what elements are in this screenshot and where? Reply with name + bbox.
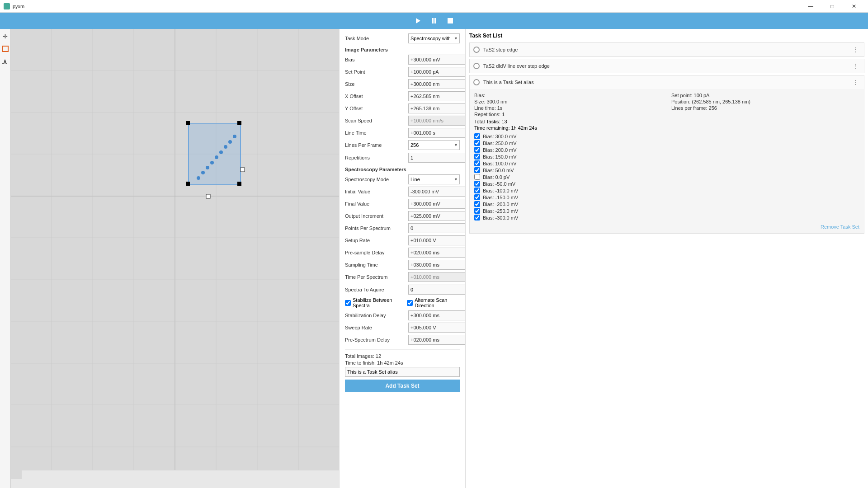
spectroscopy-params-header: Spectroscopy Parameters	[345, 167, 460, 172]
bias-cb-5[interactable]	[474, 160, 480, 166]
signal-tool[interactable]	[1, 57, 10, 66]
bias-cb-12[interactable]	[474, 208, 480, 214]
task-menu-btn-1[interactable]: ⋮	[851, 45, 860, 54]
sweeprate-input[interactable]	[408, 323, 466, 333]
bias-cb-3[interactable]	[474, 147, 480, 153]
bias-label-6: Bias: 50.0 mV	[483, 168, 514, 173]
outputinc-input[interactable]	[408, 211, 466, 221]
stabilize-label: Stabilize Between Spectra	[353, 297, 401, 308]
timeperspec-label: Time Per Spectrum	[345, 274, 408, 280]
svg-marker-0	[416, 18, 420, 23]
remove-link-container: Remove Task Set	[474, 224, 859, 230]
svg-rect-1	[432, 18, 434, 23]
repetitions-row: Repetitions ▲ ▼	[345, 152, 460, 163]
stop-button[interactable]	[444, 14, 457, 27]
linesperframe-select[interactable]: 64128256512	[408, 140, 460, 150]
sweeprate-row: Sweep Rate	[345, 323, 460, 333]
pointsperspec-row: Points Per Spectrum	[345, 223, 460, 233]
remove-task-link[interactable]: Remove Task Set	[821, 224, 859, 230]
svg-rect-26	[237, 121, 241, 125]
initialval-input[interactable]	[408, 187, 466, 197]
specmode-row: Spectroscopy Mode LinePointGrid ▼	[345, 174, 460, 184]
specmode-select[interactable]: LinePointGrid	[408, 174, 460, 184]
app-icon	[4, 3, 10, 9]
task-mode-dropdown-wrapper[interactable]: Spectroscopy with image Spectroscopy Ima…	[408, 33, 460, 43]
bias-label-13: Bias: -300.0 mV	[483, 215, 518, 221]
presampledelay-input[interactable]	[408, 248, 466, 258]
alias-input[interactable]	[345, 367, 460, 377]
bias-label: Bias	[345, 57, 408, 62]
yoffset-row: Y Offset	[345, 103, 460, 113]
bias-cb-13[interactable]	[474, 215, 480, 221]
linetime-label: Line Time	[345, 130, 408, 136]
close-button[interactable]: ✕	[844, 0, 864, 13]
bias-cb-4[interactable]	[474, 154, 480, 160]
bias-item-9: Bias: -100.0 mV	[474, 188, 859, 193]
select-tool[interactable]	[1, 44, 10, 53]
bias-cb-1[interactable]	[474, 133, 480, 139]
presampledelay-label: Pre-sample Delay	[345, 250, 408, 255]
task-item-2[interactable]: TaS2 dIdV line over step edge ⋮	[469, 59, 864, 73]
stabilize-checkbox[interactable]	[345, 300, 351, 306]
stabilize-row: Stabilize Between Spectra	[345, 297, 401, 308]
linesperframe-label: Lines Per Frame	[345, 142, 408, 148]
task-item-3[interactable]: This is a Task Set alias ⋮	[469, 75, 864, 89]
pointsperspec-input[interactable]	[408, 223, 466, 233]
stabdelay-label: Stabilization Delay	[345, 313, 408, 318]
linetime-input[interactable]	[408, 128, 466, 138]
maximize-button[interactable]: □	[822, 0, 843, 13]
samplingtime-input[interactable]	[408, 260, 466, 270]
task-menu-btn-2[interactable]: ⋮	[851, 61, 860, 70]
canvas-grid[interactable]	[11, 29, 339, 479]
bias-cb-9[interactable]	[474, 188, 480, 193]
timeperspec-input	[408, 272, 466, 282]
task-mode-select[interactable]: Spectroscopy with image Spectroscopy Ima…	[408, 33, 460, 43]
play-button[interactable]	[411, 14, 424, 27]
altscandirection-checkbox[interactable]	[407, 300, 413, 306]
bias-cb-6[interactable]	[474, 167, 480, 173]
timeperspec-row: Time Per Spectrum	[345, 272, 460, 282]
bias-cb-2[interactable]	[474, 140, 480, 146]
yoffset-input[interactable]	[408, 103, 466, 113]
finalval-input[interactable]	[408, 199, 466, 209]
bias-cb-10[interactable]	[474, 194, 480, 200]
add-task-button[interactable]: Add Task Set	[345, 380, 460, 392]
scanspeed-label: Scan Speed	[345, 118, 408, 123]
bias-input[interactable]	[408, 55, 466, 65]
altscandirection-label: Alternate Scan Direction	[415, 297, 460, 308]
repetitions-input[interactable]	[408, 153, 466, 163]
move-tool[interactable]: ✛	[1, 32, 10, 41]
task-radio-1[interactable]	[473, 47, 480, 53]
svg-text:✛: ✛	[3, 33, 8, 40]
scanspeed-row: Scan Speed	[345, 116, 460, 126]
xoffset-input[interactable]	[408, 91, 466, 101]
setpoint-input[interactable]	[408, 67, 466, 77]
linesperframe-dropdown-wrapper[interactable]: 64128256512 ▼	[408, 140, 460, 150]
bias-cb-8[interactable]	[474, 181, 480, 187]
setuprate-input[interactable]	[408, 235, 466, 245]
bias-cb-7[interactable]	[474, 174, 480, 180]
titlebar-left: pyxm	[4, 3, 24, 9]
bias-cb-11[interactable]	[474, 201, 480, 207]
specmode-dropdown-wrapper[interactable]: LinePointGrid ▼	[408, 174, 460, 184]
pause-button[interactable]	[428, 14, 440, 27]
spectratoaq-input[interactable]	[408, 285, 466, 295]
setpoint-label: Set Point	[345, 69, 408, 75]
bias-item-8: Bias: -50.0 mV	[474, 181, 859, 187]
prespecdelay-input[interactable]	[408, 335, 466, 345]
minimize-button[interactable]: —	[800, 0, 821, 13]
svg-rect-28	[237, 182, 241, 186]
task-radio-3[interactable]	[473, 79, 480, 85]
size-input[interactable]	[408, 79, 466, 89]
stabdelay-input[interactable]	[408, 310, 466, 320]
bias-item-11: Bias: -200.0 mV	[474, 201, 859, 207]
detail-linetime: Line time: 1s	[474, 105, 662, 111]
task-menu-btn-3[interactable]: ⋮	[851, 78, 860, 87]
tasklist-panel: Task Set List TaS2 step edge ⋮ TaS2 dIdV…	[466, 29, 868, 488]
scanspeed-input	[408, 116, 466, 126]
task-radio-2[interactable]	[473, 63, 480, 69]
bias-item-3: Bias: 200.0 mV	[474, 147, 859, 153]
samplingtime-row: Sampling Time	[345, 260, 460, 270]
finalval-row: Final Value	[345, 199, 460, 209]
task-item-1[interactable]: TaS2 step edge ⋮	[469, 42, 864, 57]
